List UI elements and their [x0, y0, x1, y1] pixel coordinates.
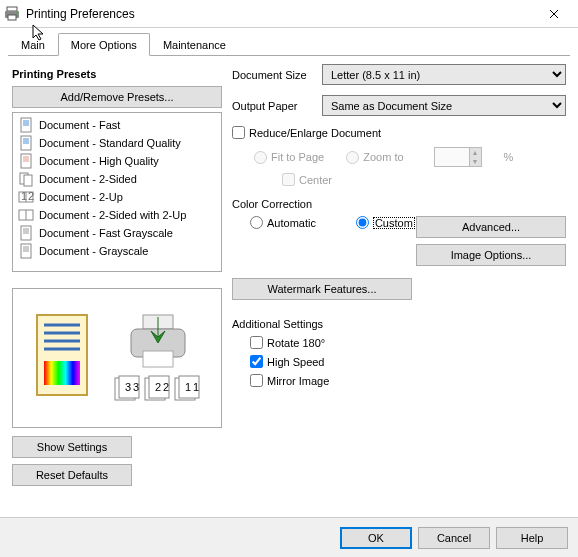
preset-label: Document - 2-Sided: [39, 173, 137, 185]
svg-rect-0: [7, 7, 17, 11]
svg-rect-2: [8, 15, 16, 20]
spin-up-icon: ▲: [469, 148, 481, 157]
presets-listbox[interactable]: Document - Fast Document - Standard Qual…: [12, 112, 222, 272]
preset-item[interactable]: Document - Standard Quality: [16, 134, 218, 152]
doc-gray-icon: [18, 225, 34, 241]
svg-text:3: 3: [133, 381, 139, 393]
add-remove-presets-button[interactable]: Add/Remove Presets...: [12, 86, 222, 108]
help-button[interactable]: Help: [496, 527, 568, 549]
center-checkbox: Center: [282, 173, 332, 186]
svg-text:1: 1: [193, 381, 199, 393]
svg-rect-37: [44, 361, 80, 385]
cancel-button[interactable]: Cancel: [418, 527, 490, 549]
reduce-enlarge-checkbox[interactable]: Reduce/Enlarge Document: [232, 126, 381, 139]
rotate-180-checkbox[interactable]: Rotate 180°: [250, 336, 566, 349]
preset-label: Document - Fast: [39, 119, 120, 131]
preset-label: Document - High Quality: [39, 155, 159, 167]
output-paper-select[interactable]: Same as Document Size: [322, 95, 566, 116]
zoom-percent-spinner: ▲▼: [434, 147, 482, 167]
custom-radio[interactable]: Custom: [356, 216, 415, 229]
ok-button[interactable]: OK: [340, 527, 412, 549]
preset-item[interactable]: 12Document - 2-Up: [16, 188, 218, 206]
watermark-features-button[interactable]: Watermark Features...: [232, 278, 412, 300]
svg-text:2: 2: [28, 190, 34, 202]
collate-icon: 33 22 11: [113, 373, 203, 403]
automatic-radio[interactable]: Automatic: [250, 216, 316, 229]
svg-text:3: 3: [125, 381, 131, 393]
preset-label: Document - Standard Quality: [39, 137, 181, 149]
color-correction-label: Color Correction: [232, 198, 566, 210]
close-button[interactable]: [534, 1, 574, 27]
svg-point-3: [16, 12, 18, 14]
preset-label: Document - Grayscale: [39, 245, 148, 257]
image-options-button[interactable]: Image Options...: [416, 244, 566, 266]
printer-icon: [4, 6, 20, 22]
additional-settings-label: Additional Settings: [232, 318, 566, 330]
document-size-select[interactable]: Letter (8.5 x 11 in): [322, 64, 566, 85]
svg-text:2: 2: [163, 381, 169, 393]
preset-item[interactable]: Document - 2-Sided with 2-Up: [16, 206, 218, 224]
preset-label: Document - 2-Up: [39, 191, 123, 203]
tab-maintenance[interactable]: Maintenance: [150, 33, 239, 56]
preset-item[interactable]: Document - High Quality: [16, 152, 218, 170]
preview-box: 33 22 11: [12, 288, 222, 428]
show-settings-button[interactable]: Show Settings: [12, 436, 132, 458]
title-bar: Printing Preferences: [0, 0, 578, 28]
preset-label: Document - Fast Grayscale: [39, 227, 173, 239]
doc-icon: [18, 117, 34, 133]
output-paper-label: Output Paper: [232, 100, 322, 112]
percent-label: %: [504, 151, 514, 163]
advanced-button[interactable]: Advanced...: [416, 216, 566, 238]
preset-item[interactable]: Document - Fast Grayscale: [16, 224, 218, 242]
zoom-to-radio: Zoom to: [346, 151, 403, 164]
reset-defaults-button[interactable]: Reset Defaults: [12, 464, 132, 486]
printer-preview-icon: [123, 313, 193, 373]
svg-text:1: 1: [185, 381, 191, 393]
presets-header: Printing Presets: [12, 68, 222, 80]
preset-item[interactable]: Document - Fast: [16, 116, 218, 134]
tab-more-options[interactable]: More Options: [58, 33, 150, 56]
high-speed-checkbox[interactable]: High Speed: [250, 355, 566, 368]
doc-icon: [18, 135, 34, 151]
svg-text:2: 2: [155, 381, 161, 393]
preset-item[interactable]: Document - 2-Sided: [16, 170, 218, 188]
tab-strip: Main More Options Maintenance: [8, 32, 570, 56]
svg-rect-17: [24, 175, 32, 186]
preset-label: Document - 2-Sided with 2-Up: [39, 209, 186, 221]
window-title: Printing Preferences: [26, 7, 534, 21]
doc-2up-icon: 12: [18, 189, 34, 205]
mirror-image-checkbox[interactable]: Mirror Image: [250, 374, 566, 387]
doc-gray-icon: [18, 243, 34, 259]
preset-item[interactable]: Document - Grayscale: [16, 242, 218, 260]
page-preview-icon: [32, 313, 92, 403]
svg-rect-40: [143, 351, 173, 367]
doc-2sided-icon: [18, 171, 34, 187]
doc-icon: [18, 153, 34, 169]
dialog-footer: OK Cancel Help: [0, 517, 578, 557]
fit-to-page-radio: Fit to Page: [254, 151, 324, 164]
document-size-label: Document Size: [232, 69, 322, 81]
doc-2sided-2up-icon: [18, 207, 34, 223]
tab-main[interactable]: Main: [8, 33, 58, 56]
spin-down-icon: ▼: [469, 157, 481, 166]
